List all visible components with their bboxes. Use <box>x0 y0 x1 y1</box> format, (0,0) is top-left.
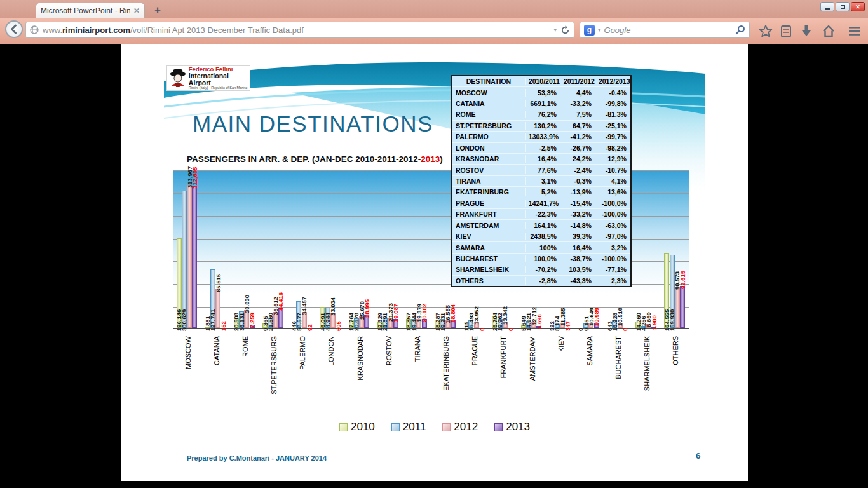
table-cell: 24,2% <box>560 155 595 163</box>
x-axis-label: KIEV <box>557 334 573 345</box>
history-dropdown-icon[interactable]: ▾ <box>553 27 557 33</box>
table-row: CATANIA6691,1%-33,2%-99,8% <box>452 98 630 109</box>
table-cell: PALERMO <box>452 133 526 140</box>
x-axis-label: MOSCOW <box>184 334 217 345</box>
table-cell: FRANKFURT <box>452 210 526 218</box>
close-button[interactable]: ✕ <box>851 2 865 11</box>
table-cell: TIRANA <box>452 177 526 185</box>
browser-content-area: Federico Fellini International Airport R… <box>0 44 868 488</box>
table-cell: KRASNODAR <box>452 155 526 163</box>
slide-title: MAIN DESTINATIONS <box>193 111 433 137</box>
table-cell: 53,3% <box>526 89 560 97</box>
table-cell: -63,0% <box>595 222 630 229</box>
pdf-page: Federico Fellini International Airport R… <box>121 44 748 481</box>
table-cell: 4,4% <box>560 89 595 97</box>
legend-swatch <box>339 423 348 431</box>
table-cell: EKATERINBURG <box>452 188 526 196</box>
destinations-comparison-table: DESTINATION2010/20112011/20122012/2013MO… <box>451 75 632 287</box>
table-cell: -33,2% <box>560 210 595 218</box>
table-cell: -41,2% <box>560 133 595 140</box>
table-cell: -2,8% <box>526 277 560 285</box>
airport-logo: Federico Fellini International Airport R… <box>166 65 250 91</box>
table-cell: MOSCOW <box>452 89 526 97</box>
table-cell: ROSTOV <box>452 166 526 174</box>
reload-icon[interactable] <box>560 25 570 35</box>
table-cell: AMSTERDAM <box>452 222 526 229</box>
table-cell: 16,4% <box>526 155 560 163</box>
logo-line3: Rimini (Italy) - Republic of San Marino <box>189 86 248 90</box>
table-cell: 76,2% <box>526 111 560 118</box>
table-row: SAMARA100%16,4%3,2% <box>452 241 630 252</box>
bar-value-label: 20.182 <box>421 319 439 330</box>
table-cell: SHARMELSHEIK <box>452 266 526 273</box>
search-bar[interactable]: g ▾ <box>580 22 750 38</box>
tab-close-icon[interactable]: ✕ <box>133 6 140 15</box>
table-row: EKATERINBURG5,2%-13,9%13,6% <box>452 186 630 197</box>
menu-button[interactable] <box>846 23 863 39</box>
table-cell: 7,5% <box>560 111 595 118</box>
url-bar[interactable]: www.riminiairport.com/voli/Rimini Apt 20… <box>25 22 574 38</box>
bar-2011 <box>182 191 187 328</box>
table-cell: -15,4% <box>560 200 595 207</box>
x-axis-label: SAMARA <box>586 334 615 345</box>
search-engine-dropdown-icon[interactable]: ▾ <box>598 27 601 33</box>
bar-2012 <box>187 185 192 328</box>
legend-item-2010: 2010 <box>339 421 375 433</box>
table-cell: -2,5% <box>526 144 560 152</box>
search-magnifier-icon[interactable] <box>735 25 745 35</box>
legend-item-2011: 2011 <box>391 421 426 433</box>
minimize-button[interactable] <box>820 2 834 11</box>
legend-swatch <box>391 423 400 431</box>
table-cell: 16,4% <box>560 244 595 252</box>
bookmarks-menu-button[interactable] <box>778 23 794 39</box>
url-text: www.riminiairport.com/voli/Rimini Apt 20… <box>43 25 550 35</box>
table-cell: 39,3% <box>560 233 595 240</box>
table-cell: 12,9% <box>595 155 630 163</box>
window-controls: ✕ <box>820 2 865 11</box>
x-axis-labels: MOSCOWCATANIAROMEST.PETERSBURGPALERMOLON… <box>173 334 689 416</box>
table-cell: -97,0% <box>595 233 630 240</box>
table-cell: -2,4% <box>560 166 595 174</box>
table-row: PALERMO13033,9%-41,2%-99,7% <box>452 131 630 142</box>
table-cell: 164,1% <box>526 222 560 229</box>
bookmark-star-button[interactable] <box>757 23 774 39</box>
bar-value-label: 19.087 <box>392 319 410 330</box>
legend-item-2013: 2013 <box>494 421 530 433</box>
table-cell: CATANIA <box>452 100 526 107</box>
restore-button[interactable] <box>836 2 850 11</box>
legend-label: 2013 <box>506 421 530 433</box>
table-row: BUCHAREST100,0%-38,7%-100.0% <box>452 253 630 264</box>
x-axis-label: ROME <box>241 334 262 345</box>
chart-subtitle: PASSENGERS IN ARR. & DEP. (JAN-DEC 2010-… <box>187 154 443 164</box>
chart-legend: 2010201120122013 <box>164 421 705 433</box>
table-cell: -43,3% <box>560 277 595 285</box>
x-axis-label: PRAGUE <box>471 334 500 345</box>
browser-tab[interactable]: Microsoft PowerPoint - Rimini ... ✕ <box>36 3 145 18</box>
home-button[interactable] <box>820 23 837 39</box>
table-cell: 4,1% <box>595 177 630 185</box>
table-cell: 64,7% <box>560 122 595 130</box>
search-input[interactable] <box>604 25 732 35</box>
table-cell: BUCHAREST <box>452 255 526 262</box>
table-cell: -100,0% <box>595 210 630 218</box>
downloads-button[interactable] <box>798 23 815 39</box>
table-row: LONDON-2,5%-26,7%-98,2% <box>452 142 630 153</box>
new-tab-button[interactable]: + <box>154 4 161 17</box>
back-button[interactable] <box>5 20 23 38</box>
bar-value-label: 18.804 <box>449 320 468 331</box>
table-cell: -99,7% <box>595 133 630 140</box>
clipboard-icon <box>780 24 792 38</box>
legend-label: 2010 <box>351 421 375 433</box>
table-header-cell: DESTINATION <box>452 78 526 85</box>
table-header-cell: 2011/2012 <box>560 78 595 85</box>
table-cell: 6691,1% <box>526 100 560 107</box>
star-icon <box>759 24 773 38</box>
table-cell: -22,3% <box>526 210 560 218</box>
table-cell: 2,3% <box>595 277 630 285</box>
legend-swatch <box>442 423 451 431</box>
table-cell: -10.7% <box>595 166 630 174</box>
page-number: 6 <box>696 451 701 461</box>
gridline <box>173 307 689 308</box>
x-axis-label: CATANIA <box>213 334 242 345</box>
table-cell: 130,2% <box>526 122 560 130</box>
